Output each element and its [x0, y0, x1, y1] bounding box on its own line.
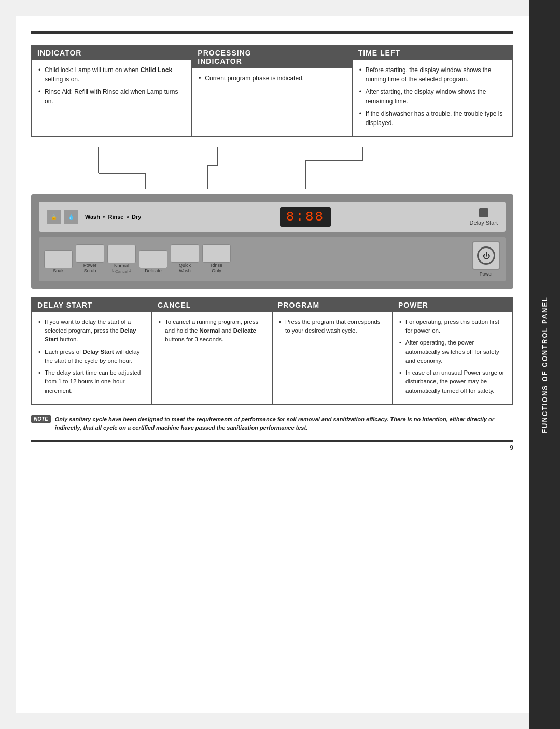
quick-wash-button[interactable] — [171, 244, 199, 263]
indicator-bullet-1: Child lock: Lamp will turn on when Child… — [38, 65, 185, 84]
time-left-bullet-1: Before starting, the display window show… — [359, 65, 506, 84]
indicator-col: INDICATOR Child lock: Lamp will turn on … — [32, 46, 192, 136]
delay-start-bullet-3: The delay start time can be adjusted fro… — [38, 368, 145, 395]
power-bullet-1: For operating, press this button first f… — [399, 318, 506, 336]
indicator-light — [479, 208, 488, 217]
delay-start-bullet-1: If you want to delay the start of a sele… — [38, 318, 145, 345]
wash-label: Wash — [85, 214, 100, 220]
processing-body: Current program phase is indicated. — [192, 68, 352, 91]
cancel-bullet-1: To cancel a running program, press and h… — [159, 318, 265, 345]
delay-start-col: DELAY START If you want to delay the sta… — [32, 298, 152, 404]
processing-title: PROCESSINGINDICATOR — [192, 46, 352, 68]
time-left-bullet-3: If the dishwasher has a trouble, the tro… — [359, 109, 506, 128]
delicate-button[interactable] — [139, 250, 167, 268]
power-scrub-button[interactable] — [76, 244, 104, 263]
time-left-bullet-2: After starting, the display window shows… — [359, 87, 506, 106]
rinse-label: Rinse — [108, 214, 124, 220]
side-panel: FUNCTIONS OF CONTROL PANEL — [529, 0, 560, 729]
power-col: POWER For operating, press this button f… — [393, 298, 512, 404]
rinse-only-button[interactable] — [202, 244, 231, 263]
delay-start-body: If you want to delay the start of a sele… — [32, 312, 151, 404]
cancel-title: CANCEL — [152, 298, 272, 312]
main-content: INDICATOR Child lock: Lamp will turn on … — [16, 16, 529, 713]
processing-bullet-1: Current program phase is indicated. — [199, 74, 345, 83]
delicate-label: Delicate — [145, 268, 162, 274]
top-divider — [31, 31, 513, 34]
delay-start-bullet-2: Each press of Delay Start will delay the… — [38, 348, 145, 366]
power-bullet-3: In case of an unusual Power surge or dis… — [399, 368, 506, 395]
time-left-body: Before starting, the display window show… — [353, 60, 512, 136]
rinse-aid-indicator: 💧 — [64, 210, 78, 224]
program-body: Press the program that corresponds to yo… — [273, 312, 392, 344]
header-section: INDICATOR Child lock: Lamp will turn on … — [31, 45, 513, 137]
child-lock-indicator: 🔒 — [47, 210, 61, 224]
power-icon: ⏻ — [483, 252, 490, 260]
note-section: NOTE Only sanitary cycle have been desig… — [31, 415, 513, 432]
power-label: Power — [480, 271, 493, 277]
program-title: PROGRAM — [273, 298, 392, 312]
normal-label: Normal — [114, 263, 129, 269]
bottom-section: DELAY START If you want to delay the sta… — [31, 297, 513, 405]
delay-start-label: Delay Start — [470, 219, 498, 226]
normal-button[interactable] — [107, 245, 136, 263]
control-panel: 🔒 💧 Wash » Rinse » Dry 8:88 Delay Start — [31, 194, 513, 289]
cancel-col: CANCEL To cancel a running program, pres… — [152, 298, 273, 404]
program-buttons: Soak PowerScrub Normal └ Cancel ┘ — [44, 244, 231, 274]
time-left-title: TIME LEFT — [353, 46, 512, 60]
time-left-col: TIME LEFT Before starting, the display w… — [353, 46, 512, 136]
delay-start-title: DELAY START — [32, 298, 151, 312]
power-body: For operating, press this button first f… — [393, 312, 512, 404]
program-col: PROGRAM Press the program that correspon… — [273, 298, 393, 404]
power-button[interactable]: ⏻ — [472, 241, 500, 270]
power-title: POWER — [393, 298, 512, 312]
arrow-2: » — [126, 214, 129, 220]
power-scrub-label: PowerScrub — [83, 263, 97, 274]
quick-wash-label: QuickWash — [179, 263, 191, 274]
program-bullet-1: Press the program that corresponds to yo… — [279, 318, 386, 336]
page-number: 9 — [31, 444, 513, 451]
panel-buttons: Soak PowerScrub Normal └ Cancel ┘ — [39, 237, 506, 281]
note-text: Only sanitary cycle have been designed t… — [55, 415, 513, 432]
digital-display: 8:88 — [280, 207, 331, 227]
side-panel-text: FUNCTIONS OF CONTROL PANEL — [541, 296, 549, 433]
bottom-divider — [31, 440, 513, 442]
cancel-bracket: └ Cancel ┘ — [111, 269, 132, 274]
power-bullet-2: After operating, the power automatically… — [399, 338, 506, 365]
connector-area — [31, 147, 513, 189]
panel-display: 🔒 💧 Wash » Rinse » Dry 8:88 Delay Start — [39, 202, 506, 232]
soak-button[interactable] — [44, 250, 73, 268]
indicator-bullet-2: Rinse Aid: Refill with Rinse aid when La… — [38, 87, 185, 106]
note-badge: NOTE — [31, 415, 51, 423]
dry-label: Dry — [132, 214, 141, 220]
connector-svg — [31, 147, 513, 189]
indicator-body: Child lock: Lamp will turn on when Child… — [32, 60, 191, 114]
processing-col: PROCESSINGINDICATOR Current program phas… — [192, 46, 353, 136]
rinse-only-label: RinseOnly — [211, 263, 222, 274]
arrow-1: » — [103, 214, 106, 220]
panel-indicators: 🔒 💧 Wash » Rinse » Dry — [47, 210, 141, 224]
power-button-inner: ⏻ — [477, 246, 495, 265]
cancel-body: To cancel a running program, press and h… — [152, 312, 272, 353]
soak-label: Soak — [53, 268, 64, 274]
power-button-group: ⏻ Power — [472, 241, 500, 277]
indicator-title: INDICATOR — [32, 46, 191, 60]
